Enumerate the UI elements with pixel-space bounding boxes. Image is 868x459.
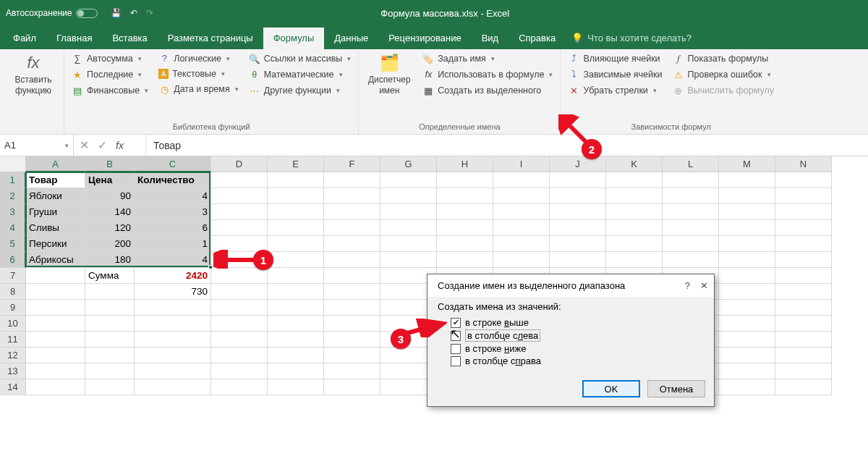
cell[interactable]: [135, 316, 211, 332]
cell[interactable]: 90: [85, 188, 135, 204]
cell[interactable]: Персики: [26, 236, 85, 252]
error-check-button[interactable]: ⚠Проверка ошибок▾: [670, 67, 778, 83]
cell[interactable]: [493, 188, 550, 204]
cell[interactable]: [493, 252, 550, 268]
cell[interactable]: [775, 220, 832, 236]
cell[interactable]: [85, 284, 135, 300]
column-header[interactable]: D: [211, 156, 268, 172]
cell[interactable]: [663, 188, 719, 204]
cell[interactable]: [493, 204, 550, 220]
cell[interactable]: [719, 363, 775, 379]
cell[interactable]: [268, 379, 324, 395]
tab-формулы[interactable]: Формулы: [263, 28, 325, 49]
cell[interactable]: 120: [85, 220, 135, 236]
cell[interactable]: [719, 220, 775, 236]
cell[interactable]: [26, 363, 85, 379]
cell[interactable]: [775, 252, 832, 268]
cell[interactable]: [26, 379, 85, 395]
use-in-formula-button[interactable]: fxИспользовать в формуле▾: [420, 67, 556, 83]
cell[interactable]: [211, 220, 268, 236]
column-header[interactable]: G: [380, 156, 437, 172]
cell[interactable]: Сумма: [85, 268, 135, 284]
cell[interactable]: [550, 220, 606, 236]
trace-dependents-button[interactable]: ⤵Зависимые ячейки: [565, 67, 665, 83]
cell[interactable]: Количество: [135, 172, 211, 188]
tab-вставка[interactable]: Вставка: [102, 28, 157, 49]
cell[interactable]: [26, 300, 85, 316]
row-header[interactable]: 3: [0, 204, 26, 220]
autosum-button[interactable]: ∑Автосумма▾: [69, 51, 151, 67]
checkbox-bottom-row[interactable]: в строке ниже: [438, 342, 704, 355]
cell[interactable]: [550, 204, 606, 220]
row-header[interactable]: 2: [0, 188, 26, 204]
cell[interactable]: [211, 284, 268, 300]
cancel-button[interactable]: Отмена: [647, 380, 705, 397]
cell[interactable]: [493, 220, 550, 236]
cell[interactable]: 1: [135, 236, 211, 252]
cell[interactable]: [85, 332, 135, 348]
cell[interactable]: [775, 300, 832, 316]
tab-справка[interactable]: Справка: [509, 28, 566, 49]
cell[interactable]: [606, 236, 663, 252]
name-manager-button[interactable]: 🗂️ Диспетчер имен: [363, 51, 415, 121]
tab-рецензирование[interactable]: Рецензирование: [378, 28, 471, 49]
recent-button[interactable]: ★Последние▾: [69, 67, 151, 83]
cell[interactable]: [775, 188, 832, 204]
cell[interactable]: [380, 252, 437, 268]
tab-файл[interactable]: Файл: [3, 28, 46, 49]
cell[interactable]: [380, 204, 437, 220]
cell[interactable]: [211, 236, 268, 252]
tab-главная[interactable]: Главная: [46, 28, 102, 49]
cell[interactable]: Цена: [85, 172, 135, 188]
cell[interactable]: [85, 348, 135, 363]
cell[interactable]: [775, 172, 832, 188]
checkbox-right-col[interactable]: в столбце справа: [438, 355, 704, 367]
row-header[interactable]: 9: [0, 300, 26, 316]
tab-данные[interactable]: Данные: [324, 28, 378, 49]
cell[interactable]: [85, 300, 135, 316]
cell[interactable]: [85, 316, 135, 332]
column-header[interactable]: H: [437, 156, 493, 172]
cell[interactable]: [775, 268, 832, 284]
cell[interactable]: [775, 348, 832, 363]
fill-handle[interactable]: [208, 265, 213, 269]
cell[interactable]: [324, 268, 380, 284]
row-header[interactable]: 11: [0, 332, 26, 348]
cell[interactable]: 730: [135, 284, 211, 300]
row-header[interactable]: 8: [0, 284, 26, 300]
cell[interactable]: [493, 236, 550, 252]
cell[interactable]: [211, 379, 268, 395]
cancel-icon[interactable]: ✕: [80, 138, 89, 152]
cell[interactable]: [606, 220, 663, 236]
cell[interactable]: [606, 252, 663, 268]
cell[interactable]: [211, 188, 268, 204]
cell[interactable]: [324, 363, 380, 379]
cell[interactable]: [85, 363, 135, 379]
cell[interactable]: [211, 332, 268, 348]
cell[interactable]: Яблоки: [26, 188, 85, 204]
cell[interactable]: [550, 172, 606, 188]
cell[interactable]: [719, 300, 775, 316]
cell[interactable]: [268, 172, 324, 188]
cell[interactable]: [135, 379, 211, 395]
cell[interactable]: 2420: [135, 268, 211, 284]
cell[interactable]: [380, 188, 437, 204]
cell[interactable]: [211, 316, 268, 332]
evaluate-formula-button[interactable]: ⊛Вычислить формулу: [670, 83, 778, 98]
cell[interactable]: [324, 188, 380, 204]
cell[interactable]: [663, 220, 719, 236]
column-header[interactable]: I: [493, 156, 550, 172]
cell[interactable]: 140: [85, 204, 135, 220]
cell[interactable]: [324, 284, 380, 300]
column-header[interactable]: B: [85, 156, 135, 172]
autosave-toggle[interactable]: Автосохранение: [6, 8, 98, 18]
cell[interactable]: [437, 220, 493, 236]
cell[interactable]: [663, 252, 719, 268]
cell[interactable]: [663, 236, 719, 252]
cell[interactable]: [268, 252, 324, 268]
cell[interactable]: [211, 300, 268, 316]
cell[interactable]: [663, 204, 719, 220]
cell[interactable]: [268, 348, 324, 363]
cell[interactable]: [268, 316, 324, 332]
cell[interactable]: [268, 204, 324, 220]
